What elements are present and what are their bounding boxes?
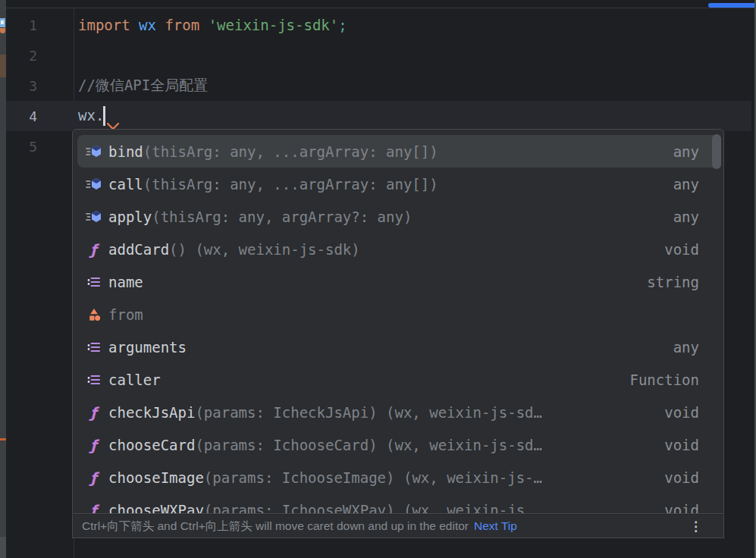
- completion-item[interactable]: argumentsany: [77, 331, 719, 363]
- code-token: import: [78, 17, 139, 33]
- code-text: //微信API全局配置: [37, 76, 208, 96]
- line-number: 2: [6, 48, 37, 64]
- text-caret: [103, 106, 105, 126]
- code-token: wx: [139, 17, 156, 33]
- orange-stripe-mark: [0, 438, 6, 440]
- tree-selection-fragment: [0, 55, 6, 77]
- line-number: 5: [6, 139, 37, 155]
- method-icon: [86, 209, 102, 224]
- completion-item[interactable]: namestring: [77, 265, 719, 298]
- code-token: ;: [338, 17, 347, 33]
- line-number: 1: [6, 17, 37, 33]
- completion-item-name: call: [108, 176, 143, 193]
- completion-item[interactable]: from: [77, 298, 719, 331]
- completion-item-name: from: [108, 306, 143, 323]
- code-token: //微信API全局配置: [78, 77, 208, 93]
- ide-window: 1import wx from 'weixin-js-sdk';23//微信AP…: [0, 0, 756, 558]
- file-icon-squiggle-fragment: [0, 28, 5, 33]
- completion-popup[interactable]: bind(thisArg: any, ...argArray: any[])an…: [72, 129, 724, 514]
- function-icon: ƒ: [86, 470, 102, 485]
- function-icon: ƒ: [86, 405, 102, 420]
- function-icon: ƒ: [86, 242, 102, 257]
- property-icon: [86, 340, 102, 355]
- file-icon-fragment: [0, 18, 5, 27]
- completion-item-signature: () (wx, weixin-js-sdk): [169, 241, 360, 258]
- completion-item-signature: (params: IchooseCard) (wx, weixin-js-sd…: [195, 437, 542, 453]
- popup-scrollbar-thumb[interactable]: [712, 134, 721, 169]
- method-icon: [86, 144, 102, 159]
- completion-item-name: arguments: [108, 339, 187, 356]
- completion-item-type: Function: [629, 371, 699, 388]
- completion-item-type: any: [673, 176, 699, 193]
- completion-item-type: void: [664, 437, 699, 453]
- panel-bottom-fragment: [0, 537, 6, 558]
- code-text: wx.: [37, 106, 105, 126]
- completion-item-name: apply: [108, 208, 152, 225]
- function-icon: ƒ: [86, 503, 102, 515]
- more-options-icon[interactable]: ⋮: [689, 519, 702, 534]
- completion-item-name: addCard: [108, 241, 169, 258]
- completion-item-signature: (params: IchooseWXPay) (wx, weixin-js…: [204, 502, 534, 515]
- completion-item-type: void: [664, 241, 699, 258]
- completion-item-type: any: [673, 339, 699, 356]
- completion-item[interactable]: apply(thisArg: any, argArray?: any)any: [77, 200, 719, 233]
- completion-item-name: chooseCard: [108, 437, 195, 453]
- completion-item[interactable]: ƒchooseImage(params: IchooseImage) (wx, …: [77, 461, 719, 494]
- hint-text: Ctrl+向下箭头 and Ctrl+向上箭头 will move caret …: [82, 519, 469, 534]
- completion-item-signature: (thisArg: any, argArray?: any): [152, 208, 412, 225]
- completion-item-type: void: [664, 469, 699, 486]
- completion-item-name: name: [108, 274, 143, 290]
- completion-item[interactable]: ƒchooseWXPay(params: IchooseWXPay) (wx, …: [77, 494, 719, 514]
- keyword-icon: [86, 307, 102, 322]
- project-panel-sliver[interactable]: [0, 0, 6, 558]
- code-token: wx.: [78, 107, 104, 124]
- line-number: 3: [6, 78, 37, 94]
- editor-line[interactable]: 2: [6, 40, 751, 71]
- completion-item[interactable]: bind(thisArg: any, ...argArray: any[])an…: [77, 135, 719, 168]
- line-number: 4: [6, 108, 37, 124]
- editor-line[interactable]: 1import wx from 'weixin-js-sdk';: [6, 10, 751, 40]
- completion-item-signature: (params: IcheckJsApi) (wx, weixin-js-sd…: [195, 404, 542, 421]
- completion-item-name: bind: [108, 143, 143, 160]
- hint-bar: Ctrl+向下箭头 and Ctrl+向上箭头 will move caret …: [72, 514, 724, 538]
- completion-item-name: caller: [108, 371, 161, 388]
- completion-item[interactable]: ƒcheckJsApi(params: IcheckJsApi) (wx, we…: [77, 396, 719, 428]
- function-icon: ƒ: [86, 437, 102, 453]
- method-icon: [86, 177, 102, 192]
- completion-item[interactable]: call(thisArg: any, ...argArray: any[])an…: [77, 168, 719, 200]
- completion-item-type: string: [647, 274, 699, 290]
- code-token: from: [165, 17, 208, 33]
- completion-item[interactable]: ƒchooseCard(params: IchooseCard) (wx, we…: [77, 428, 719, 461]
- completion-item[interactable]: callerFunction: [77, 363, 719, 396]
- property-icon: [86, 372, 102, 387]
- completion-item-type: void: [664, 404, 699, 421]
- code-text: import wx from 'weixin-js-sdk';: [37, 17, 347, 33]
- editor-line[interactable]: 3//微信API全局配置: [6, 71, 751, 101]
- completion-item-type: any: [673, 208, 699, 225]
- completion-item-type: any: [673, 143, 699, 160]
- completion-item[interactable]: ƒaddCard() (wx, weixin-js-sdk)void: [77, 233, 719, 265]
- completion-item-signature: (thisArg: any, ...argArray: any[]): [143, 176, 438, 193]
- completion-item-signature: (params: IchooseImage) (wx, weixin-js-…: [204, 469, 542, 486]
- code-token: 'weixin-js-sdk': [209, 17, 339, 33]
- completion-item-signature: (thisArg: any, ...argArray: any[]): [143, 143, 438, 160]
- active-tab-indicator: [708, 3, 756, 8]
- completion-item-name: chooseWXPay: [108, 502, 204, 515]
- completion-item-name: checkJsApi: [108, 404, 195, 421]
- property-icon: [86, 274, 102, 290]
- tab-strip: [6, 0, 756, 8]
- completion-item-name: chooseImage: [108, 469, 204, 486]
- completion-item-type: void: [664, 502, 699, 515]
- next-tip-link[interactable]: Next Tip: [474, 519, 517, 533]
- code-token: [156, 17, 165, 33]
